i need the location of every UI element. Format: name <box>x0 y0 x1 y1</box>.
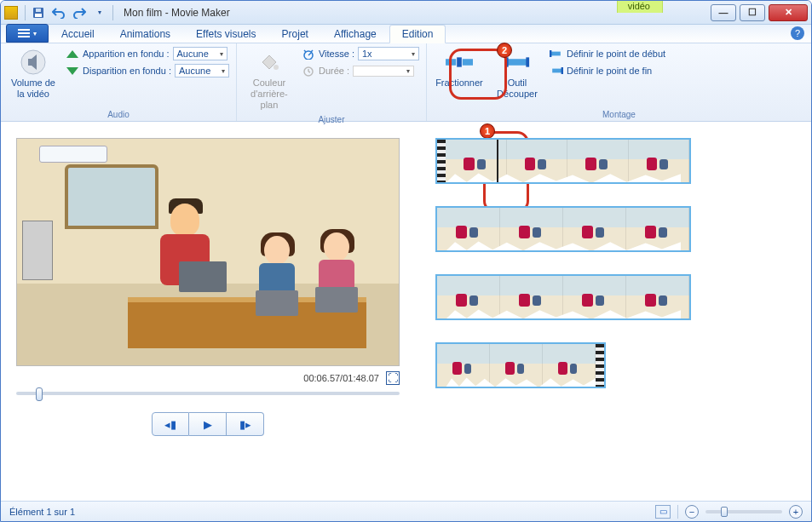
svg-rect-12 <box>457 57 462 66</box>
tab-accueil[interactable]: Accueil <box>49 25 107 43</box>
seek-bar[interactable] <box>16 392 400 395</box>
svg-rect-1 <box>35 14 42 17</box>
speaker-icon <box>20 49 47 76</box>
fullscreen-icon[interactable]: ⛶ <box>386 371 400 385</box>
duree-dropdown <box>353 66 414 77</box>
annotation-badge-2: 2 <box>497 43 512 58</box>
file-menu-button[interactable] <box>6 24 49 43</box>
ribbon-group-audio: Volume de la vidéo Apparition en fondu :… <box>1 43 237 121</box>
volume-button[interactable]: Volume de la vidéo <box>8 47 59 101</box>
close-button[interactable]: ✕ <box>769 4 808 21</box>
playback-controls: ◂▮ ▶ ▮▸ <box>16 412 400 436</box>
qat-dropdown-icon[interactable]: ▾ <box>90 4 109 21</box>
set-start-icon <box>550 47 563 60</box>
status-element-count: Élément 1 sur 1 <box>9 507 75 517</box>
svg-rect-13 <box>507 59 527 66</box>
point-debut-label: Définir le point de début <box>567 49 665 59</box>
minimize-button[interactable]: — <box>711 4 736 21</box>
group-label-montage: Montage <box>434 108 804 119</box>
paint-bucket-icon <box>256 49 283 76</box>
duree-row: Durée : <box>302 64 419 77</box>
zoom-slider[interactable] <box>705 510 782 513</box>
disparition-dropdown[interactable]: Aucune <box>175 64 229 77</box>
redo-icon[interactable] <box>70 4 89 21</box>
zoom-thumb[interactable] <box>721 507 728 517</box>
zoom-in-button[interactable]: + <box>789 505 803 519</box>
seek-thumb[interactable] <box>36 387 43 401</box>
svg-rect-19 <box>561 67 563 74</box>
point-fin-label: Définir le point de fin <box>567 66 652 76</box>
ribbon: Volume de la vidéo Apparition en fondu :… <box>1 43 811 122</box>
ribbon-tabs: Accueil Animations Effets visuels Projet… <box>1 25 811 43</box>
tab-projet[interactable]: Projet <box>269 25 321 43</box>
group-label-audio: Audio <box>8 108 229 119</box>
tab-effets[interactable]: Effets visuels <box>183 25 268 43</box>
fade-in-icon <box>66 47 79 60</box>
duree-label: Durée : <box>319 66 349 76</box>
timeline-clip[interactable] <box>435 206 691 252</box>
svg-rect-4 <box>18 32 30 34</box>
timeline-pane[interactable] <box>427 123 811 501</box>
next-frame-button[interactable]: ▮▸ <box>227 412 264 436</box>
contextual-tab-label: Outils vidéo <box>617 0 663 13</box>
svg-rect-17 <box>550 50 551 57</box>
maximize-button[interactable]: ☐ <box>740 4 765 21</box>
window-title: Mon film - Movie Maker <box>124 7 230 19</box>
svg-rect-14 <box>505 57 509 66</box>
tab-animations[interactable]: Animations <box>107 25 183 43</box>
fractionner-button[interactable]: Fractionner <box>434 47 485 90</box>
svg-rect-2 <box>36 9 41 12</box>
disparition-row: Disparition en fondu : Aucune <box>66 64 229 77</box>
prev-frame-button[interactable]: ◂▮ <box>152 412 189 436</box>
svg-point-7 <box>274 65 279 70</box>
volume-label: Volume de la vidéo <box>9 77 57 100</box>
vitesse-row: Vitesse : 1x <box>302 47 419 60</box>
help-icon[interactable]: ? <box>791 26 804 40</box>
background-color-button: Couleur d'arrière-plan <box>244 47 295 113</box>
preview-frame <box>16 138 400 366</box>
timeline-clip[interactable] <box>435 342 606 388</box>
timeline-clip[interactable] <box>435 274 691 320</box>
save-icon[interactable] <box>29 4 48 21</box>
fade-out-icon <box>66 64 79 77</box>
ribbon-group-montage: Fractionner Outil Découper Définir le po… <box>427 43 811 121</box>
svg-rect-11 <box>463 59 473 66</box>
svg-rect-10 <box>446 59 456 66</box>
split-icon <box>446 49 473 76</box>
apparition-dropdown[interactable]: Aucune <box>173 47 227 60</box>
playback-time: 00:06.57/01:48.07 <box>303 373 379 383</box>
apparition-row: Apparition en fondu : Aucune <box>66 47 229 60</box>
play-button[interactable]: ▶ <box>189 412 227 436</box>
disparition-label: Disparition en fondu : <box>83 66 171 76</box>
svg-rect-5 <box>18 36 30 37</box>
playhead[interactable] <box>497 138 498 184</box>
point-fin-button[interactable]: Définir le point de fin <box>550 64 665 77</box>
ribbon-group-ajuster: Couleur d'arrière-plan Vitesse : 1x <box>237 43 427 121</box>
view-toggle-button[interactable]: ▭ <box>655 505 671 519</box>
tab-edition[interactable]: Edition <box>389 25 446 43</box>
point-debut-button[interactable]: Définir le point de début <box>550 47 665 60</box>
vitesse-label: Vitesse : <box>319 49 354 59</box>
tab-affichage[interactable]: Affichage <box>321 25 389 43</box>
preview-pane: 00:06.57/01:48.07 ⛶ ◂▮ ▶ ▮▸ <box>1 123 427 501</box>
timeline-clip[interactable] <box>435 138 691 184</box>
apparition-label: Apparition en fondu : <box>83 49 170 59</box>
quick-access-toolbar: ▾ <box>29 4 109 21</box>
vitesse-dropdown[interactable]: 1x <box>358 47 419 60</box>
app-icon <box>4 6 18 20</box>
content-area: 00:06.57/01:48.07 ⛶ ◂▮ ▶ ▮▸ <box>1 123 811 501</box>
bgcolor-label: Couleur d'arrière-plan <box>245 77 293 112</box>
titlebar: ▾ Mon film - Movie Maker Outils vidéo — … <box>1 1 811 25</box>
undo-icon[interactable] <box>49 4 68 21</box>
set-end-icon <box>550 64 563 77</box>
decouper-label: Outil Découper <box>493 77 541 100</box>
clock-icon <box>302 64 315 77</box>
statusbar: Élément 1 sur 1 ▭ − + <box>1 501 811 521</box>
speed-icon <box>302 47 315 60</box>
zoom-out-button[interactable]: − <box>685 505 699 519</box>
svg-rect-3 <box>18 29 30 31</box>
svg-rect-15 <box>526 57 529 66</box>
fractionner-label: Fractionner <box>435 77 483 89</box>
